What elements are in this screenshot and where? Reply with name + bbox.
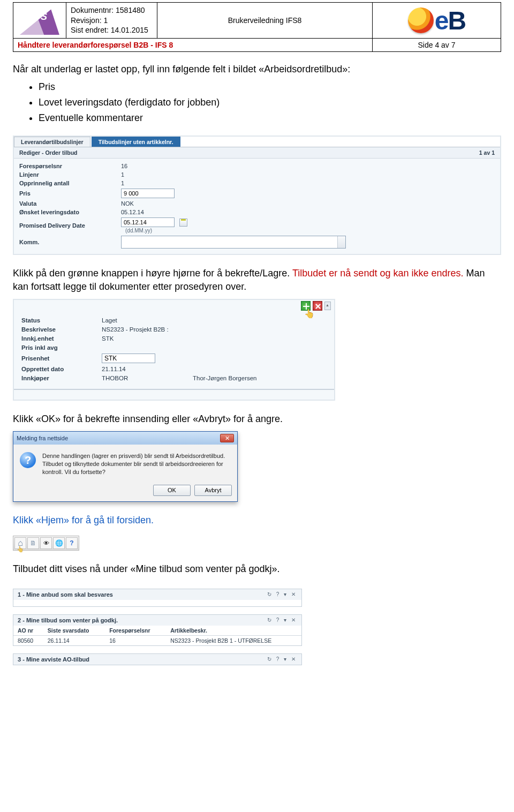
status-value: Laget	[102, 317, 193, 324]
eb-logo-ball-icon	[408, 7, 434, 33]
ifs-logo: IFS	[18, 5, 62, 36]
innkjoper-label: Innkjøper	[21, 375, 102, 381]
para-hjem: Klikk «Hjem» for å gå til forsiden.	[13, 514, 501, 527]
cancel-button[interactable]: Avbryt	[194, 485, 232, 496]
beskrivelse-value: NS2323 - Prosjekt B2B :	[102, 326, 329, 333]
dialog-message: Denne handlingen (lagrer en prisverdi) b…	[42, 452, 231, 476]
svg-text:IFS: IFS	[32, 11, 47, 22]
panel-3-controls[interactable]: ↻ ? ▾ ✕	[267, 656, 297, 663]
help-icon[interactable]	[66, 537, 78, 549]
pointer-cursor-icon	[304, 309, 315, 319]
view-icon[interactable]	[40, 537, 52, 549]
dialog-close-icon[interactable]: ✕	[220, 434, 234, 442]
panel-2-controls[interactable]: ↻ ? ▾ ✕	[267, 617, 297, 623]
doc-main-title: Brukerveiledning IFS8	[157, 3, 373, 39]
ifs-logo-cell: IFS	[13, 3, 66, 39]
pris-label: Pris	[19, 190, 121, 197]
innkj-enhet-label: Innkj.enhet	[21, 335, 102, 342]
valuta-value: NOK	[121, 200, 217, 207]
dashboard-panels: 1 - Mine anbud som skal besvares ↻ ? ▾ ✕…	[13, 589, 302, 665]
opprinnelig-antall-value: 1	[121, 180, 217, 186]
pris-inkl-avg-label: Pris inkl avg	[21, 344, 102, 351]
screenshot-order-tilbud: Leverandørtilbudslinjer Tilbudslinjer ut…	[13, 136, 501, 255]
prisenhet-label: Prisenhet	[21, 355, 102, 362]
innkj-enhet-value: STK	[102, 335, 193, 342]
panel-mine-tilbud-godkj: 2 - Mine tilbud som venter på godkj. ↻ ?…	[13, 614, 302, 646]
valuta-label: Valuta	[19, 200, 121, 207]
onsket-leveringsdato-label: Ønsket leveringsdato	[19, 209, 121, 215]
foresporselsnr-value: 16	[121, 163, 217, 169]
doc-metadata: Dokumentnr: 1581480 Revisjon: 1 Sist end…	[66, 3, 157, 39]
prisenhet-input[interactable]	[102, 354, 155, 363]
doc-number: Dokumentnr: 1581480	[71, 5, 153, 16]
linjenr-label: Linjenr	[19, 171, 121, 178]
ok-button[interactable]: OK	[153, 485, 191, 496]
komm-label: Komm.	[19, 239, 121, 245]
linjenr-value: 1	[121, 171, 217, 178]
panel-avviste-ao-tilbud: 3 - Mine avviste AO-tilbud ↻ ? ▾ ✕	[13, 653, 302, 665]
para-ok-avbryt: Klikk «OK» for å bekrefte innsending ell…	[13, 412, 501, 426]
doc-subtitle: Håndtere leverandørforespørsel B2B - IFS…	[13, 39, 373, 52]
record-counter: 1 av 1	[479, 149, 495, 156]
subbar-title: Rediger - Order tilbud	[19, 149, 78, 156]
intro-bullets: Pris Lovet leveringsdato (ferdigdato for…	[39, 79, 501, 125]
panel-1-controls[interactable]: ↻ ? ▾ ✕	[267, 591, 297, 598]
home-toolbar	[13, 536, 79, 551]
doc-revision: Revisjon: 1	[71, 16, 153, 26]
calendar-icon[interactable]	[179, 219, 187, 227]
panel-mine-anbud: 1 - Mine anbud som skal besvares ↻ ? ▾ ✕	[13, 589, 302, 607]
intro-text: Når alt underlag er lastet opp, fyll inn…	[13, 63, 501, 76]
cell-art: NS2323 - Prosjekt B2B 1 - UTFØRELSE	[166, 636, 301, 646]
dialog-title: Melding fra nettside	[17, 435, 68, 441]
tab-tilbudslinjer-uten-artikkelnr[interactable]: Tilbudslinjer uten artikkelnr.	[92, 137, 180, 147]
pris-input[interactable]	[121, 189, 175, 198]
beskrivelse-label: Beskrivelse	[21, 326, 102, 333]
innkjoper-code: THOBOR	[102, 375, 193, 381]
home-icon[interactable]	[14, 537, 26, 549]
status-label: Status	[21, 317, 102, 324]
opprinnelig-antall-label: Opprinnelig antall	[19, 180, 121, 186]
warning-not-editable: Tilbudet er nå sendt og kan ikke endres.	[292, 268, 464, 279]
question-icon: ?	[20, 452, 36, 468]
col-aonr: AO nr	[13, 626, 43, 636]
promised-delivery-label: Promised Delivery Date	[19, 222, 121, 229]
cell-aonr: 80560	[13, 636, 43, 646]
document-header: IFS Dokumentnr: 1581480 Revisjon: 1 Sist…	[13, 2, 501, 52]
foresporselsnr-label: Forespørselsnr	[19, 163, 121, 169]
panel-1-title[interactable]: 1 - Mine anbud som skal besvares	[18, 591, 113, 598]
col-artikkelbeskr: Artikkelbeskr.	[166, 626, 301, 636]
table-row[interactable]: 80560 26.11.14 16 NS2323 - Prosjekt B2B …	[13, 636, 301, 646]
eb-logo-cell: eB	[373, 3, 501, 39]
cell-fnr: 16	[105, 636, 166, 646]
panel-3-title[interactable]: 3 - Mine avviste AO-tilbud	[18, 656, 89, 663]
confirm-dialog: Melding fra nettside ✕ ? Denne handlinge…	[13, 431, 238, 502]
tab-leverandortilbudslinjer[interactable]: Leverandørtilbudslinjer	[14, 137, 90, 147]
col-siste-svarsdato: Siste svarsdato	[43, 626, 105, 636]
doc-last-changed: Sist endret: 14.01.2015	[71, 25, 153, 35]
cell-siste: 26.11.14	[43, 636, 105, 646]
bullet-lovet: Lovet leveringsdato (ferdigdato for jobb…	[39, 95, 501, 110]
document-icon[interactable]	[27, 537, 39, 549]
opprettet-dato-value: 21.11.14	[102, 366, 193, 372]
page-number: Side 4 av 7	[373, 39, 501, 52]
onsket-leveringsdato-value: 05.12.14	[121, 209, 217, 215]
komm-textarea[interactable]	[121, 236, 346, 249]
panel-2-title[interactable]: 2 - Mine tilbud som venter på godkj.	[18, 617, 118, 623]
para-confirm-save: Klikk på den grønne knappen i høyre hjør…	[13, 267, 501, 294]
para-mine-tilbud: Tilbudet ditt vises nå under «Mine tilbu…	[13, 562, 501, 576]
col-foresporselsnr: Forespørselsnr	[105, 626, 166, 636]
promised-delivery-input[interactable]	[121, 217, 175, 227]
date-format-hint: (dd.MM.yy)	[125, 228, 152, 234]
pending-approval-table: AO nr Siste svarsdato Forespørselsnr Art…	[13, 626, 301, 645]
bullet-kommentar: Eventuelle kommentarer	[39, 110, 501, 126]
innkjoper-name: Thor-Jørgen Borgersen	[193, 375, 329, 381]
eb-logo: eB	[408, 6, 465, 35]
opprettet-dato-label: Opprettet dato	[21, 366, 102, 372]
scroll-up-icon[interactable]	[324, 302, 331, 310]
screenshot-detail-panel: Status Laget Beskrivelse NS2323 - Prosje…	[13, 299, 335, 401]
bullet-pris: Pris	[39, 79, 501, 95]
globe-icon[interactable]	[53, 537, 65, 549]
